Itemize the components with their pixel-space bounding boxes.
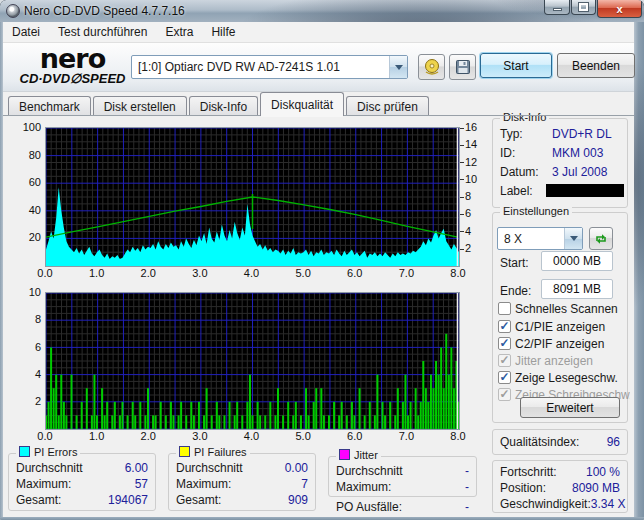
axis-tick-label: 0.0 — [32, 267, 58, 279]
checkbox-icon — [498, 302, 511, 315]
axis-tick-label: 8.0 — [445, 267, 471, 279]
stat-row: Gesamt:194067 — [16, 493, 148, 507]
geschwindigkeit-label: Geschwindigkeit: — [500, 497, 591, 511]
position-value: 8090 MB — [572, 481, 620, 495]
stat-row: Gesamt:909 — [176, 493, 308, 507]
axis-tick-label: 4.0 — [239, 267, 265, 279]
close-icon: x — [616, 3, 622, 15]
menu-item-hilfe[interactable]: Hilfe — [202, 23, 244, 41]
close-button[interactable]: x — [597, 0, 642, 18]
label-label: Label: — [500, 184, 533, 198]
axis-tick-label: 8 — [0, 312, 41, 326]
checkbox-c1-pie-anzeigen[interactable]: C1/PIE anzeigen — [498, 319, 630, 334]
axis-tick-label: 6 — [0, 340, 41, 354]
axis-tick-label: 3.0 — [187, 430, 213, 442]
axis-tick-label: 10 — [460, 172, 486, 186]
label-value-redacted — [546, 184, 624, 197]
axis-tick-label: 4.0 — [239, 430, 265, 442]
menu-item-extra[interactable]: Extra — [156, 23, 202, 41]
axis-tick-label: 1.0 — [84, 267, 110, 279]
drive-select[interactable]: [1:0] Optiarc DVD RW AD-7241S 1.01 — [131, 55, 408, 79]
menu-item-test-durchfuehren[interactable]: Test durchführen — [49, 23, 156, 41]
quality-value: 96 — [607, 435, 620, 449]
maximize-button[interactable] — [571, 0, 596, 15]
menu-item-datei[interactable]: Datei — [3, 23, 49, 41]
app-icon — [6, 4, 20, 18]
tab-disk-info[interactable]: Disk-Info — [189, 96, 258, 116]
typ-label: Typ: — [500, 127, 523, 141]
axis-tick-label: 12 — [460, 155, 486, 169]
checkbox-icon — [498, 337, 511, 350]
tabstrip: Benchmark Disk erstellen Disk-Info Diskq… — [8, 93, 431, 116]
axis-tick-label: 2 — [0, 394, 41, 408]
checkbox-label: Jitter anzeigen — [515, 354, 593, 368]
stat-row: Maximum:- — [336, 480, 469, 494]
datum-value: 3 Jul 2008 — [552, 165, 607, 179]
ende-field[interactable]: 8091 MB — [541, 279, 613, 299]
tab-diskqualitaet[interactable]: Diskqualität — [260, 92, 344, 116]
pi-failures-x-axis: 0.01.02.03.04.05.06.07.08.0 — [32, 430, 471, 442]
tab-disc-pruefen[interactable]: Disc prüfen — [346, 96, 429, 116]
jitter-box-title: Jitter — [336, 449, 381, 461]
axis-tick-label: 6 — [460, 206, 486, 220]
checkbox-zeige-lesegeschw[interactable]: Zeige Lesegeschw. — [498, 370, 630, 385]
refresh-button[interactable] — [589, 227, 613, 250]
datum-label: Datum: — [500, 165, 539, 179]
titlebar: Nero CD-DVD Speed 4.7.7.16 x — [0, 0, 644, 22]
geschwindigkeit-value: 3.34 X — [591, 497, 626, 511]
checkbox-c2-pif-anzeigen[interactable]: C2/PIF anzeigen — [498, 336, 630, 351]
start-field[interactable]: 0000 MB — [541, 251, 613, 271]
pi-errors-x-axis: 0.01.02.03.04.05.06.07.08.0 — [32, 267, 471, 279]
position-label: Position: — [500, 481, 546, 495]
checkbox-jitter-anzeigen[interactable]: Jitter anzeigen — [498, 353, 630, 368]
tab-benchmark[interactable]: Benchmark — [8, 96, 91, 116]
start-button[interactable]: Start — [480, 53, 552, 78]
axis-tick-label: 6.0 — [342, 430, 368, 442]
axis-tick-label: 5.0 — [290, 430, 316, 442]
nero-logo-text: nero — [10, 45, 135, 72]
tab-disk-erstellen[interactable]: Disk erstellen — [93, 96, 187, 116]
eject-button[interactable] — [418, 54, 445, 80]
app-window: Nero CD-DVD Speed 4.7.7.16 x Datei Test … — [0, 0, 644, 520]
ende-field-label: Ende: — [500, 284, 531, 298]
axis-tick-label: 6.0 — [342, 267, 368, 279]
pi-failures-box-title: PI Failures — [176, 446, 250, 458]
drive-select-value: [1:0] Optiarc DVD RW AD-7241S 1.01 — [132, 60, 389, 74]
save-button[interactable] — [449, 54, 476, 80]
axis-tick-label: 1.0 — [84, 430, 110, 442]
position-row: Position: 8090 MB — [500, 481, 620, 495]
axis-tick-label: 16 — [460, 120, 486, 134]
speed-select-value: 8 X — [498, 232, 564, 246]
minimize-button[interactable] — [544, 0, 570, 15]
axis-tick-label: 10 — [0, 285, 41, 299]
checkbox-icon — [498, 388, 511, 401]
quit-button[interactable]: Beenden — [557, 53, 635, 78]
geschwindigkeit-row: Geschwindigkeit: 3.34 X — [500, 497, 620, 511]
window-frame-right — [634, 22, 644, 520]
checkbox-label: Zeige Lesegeschw. — [515, 371, 618, 385]
minimize-icon — [553, 8, 562, 11]
pi-errors-chart — [45, 127, 460, 267]
pi-failures-y-axis: 108642 — [0, 285, 43, 408]
disk-info-title: Disk-Info — [500, 111, 549, 123]
erweitert-button[interactable]: Erweitert — [520, 397, 620, 418]
id-label: ID: — [500, 146, 515, 160]
fortschritt-label: Fortschritt: — [500, 465, 557, 479]
quality-label: Qualitätsindex: — [500, 435, 579, 449]
stat-row: Durchschnitt6.00 — [16, 461, 148, 475]
chevron-down-icon — [389, 56, 407, 78]
axis-tick-label: 7.0 — [393, 267, 419, 279]
checkbox-schnelles-scannen[interactable]: Schnelles Scannen — [498, 301, 630, 316]
axis-tick-label: 40 — [0, 203, 41, 217]
po-ausfaelle-row: PO Ausfälle:- — [336, 500, 469, 514]
axis-tick-label: 3.0 — [187, 267, 213, 279]
axis-tick-label: 2.0 — [135, 267, 161, 279]
speed-select[interactable]: 8 X — [497, 227, 583, 250]
pi-errors-y-axis: 10080604020 — [0, 120, 43, 244]
fortschritt-value: 100 % — [586, 465, 620, 479]
id-value: MKM 003 — [552, 146, 603, 160]
chevron-down-icon — [564, 228, 582, 249]
pi-failures-legend-swatch — [179, 446, 190, 457]
menubar: Datei Test durchführen Extra Hilfe — [3, 22, 634, 43]
jitter-legend-swatch — [339, 449, 350, 460]
